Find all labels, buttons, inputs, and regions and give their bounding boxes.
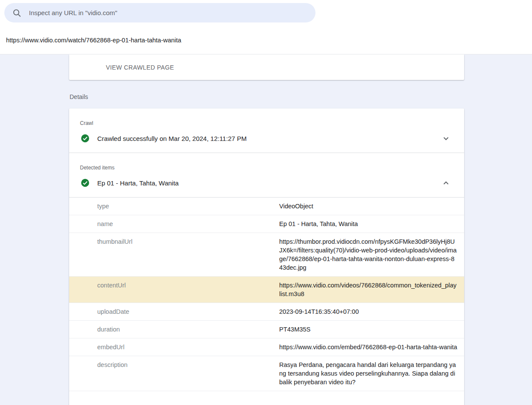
property-row: name Ep 01 - Harta, Tahta, Wanita xyxy=(69,215,464,233)
property-value: VideoObject xyxy=(279,202,457,210)
detected-item-title: Ep 01 - Harta, Tahta, Wanita xyxy=(97,179,441,187)
crawl-section-label: Crawl xyxy=(69,108,464,126)
property-row: thumbnailUrl https://thumbor.prod.vidioc… xyxy=(69,233,464,277)
property-row: uploadDate 2023-09-14T16:35:40+07:00 xyxy=(69,303,464,321)
search-icon xyxy=(12,8,22,18)
url-inspect-input[interactable] xyxy=(28,9,309,17)
property-value: PT43M35S xyxy=(279,325,457,334)
crawl-status-text: Crawled successfully on Mar 20, 2024, 12… xyxy=(97,135,441,142)
property-key: contentUrl xyxy=(97,281,279,298)
property-value: https://www.vidio.com/videos/7662868/com… xyxy=(279,281,457,298)
property-row: type VideoObject xyxy=(69,198,464,215)
view-crawled-page-button[interactable]: VIEW CRAWLED PAGE xyxy=(106,64,174,71)
property-key: duration xyxy=(97,325,279,334)
url-inspect-searchbar[interactable] xyxy=(4,3,315,22)
property-key: description xyxy=(97,360,279,386)
property-row: duration PT43M35S xyxy=(69,321,464,338)
details-heading: Details xyxy=(0,80,532,108)
properties-table: type VideoObject name Ep 01 - Harta, Tah… xyxy=(69,197,464,391)
property-key: uploadDate xyxy=(97,307,279,316)
property-value: https://www.vidio.com/embed/7662868-ep-0… xyxy=(279,343,457,351)
details-card: Crawl Crawled successfully on Mar 20, 20… xyxy=(69,108,464,405)
crawl-status-row[interactable]: Crawled successfully on Mar 20, 2024, 12… xyxy=(69,126,464,153)
property-key: embedUrl xyxy=(97,343,279,351)
detected-item-row[interactable]: Ep 01 - Harta, Tahta, Wanita xyxy=(69,171,464,197)
content-area: VIEW CRAWLED PAGE Details Crawl Crawled … xyxy=(0,54,532,405)
property-value: 2023-09-14T16:35:40+07:00 xyxy=(279,307,457,316)
property-row: description Rasya Perdana, pengacara han… xyxy=(69,356,464,391)
property-key: thumbnailUrl xyxy=(97,237,279,272)
property-row: embedUrl https://www.vidio.com/embed/766… xyxy=(69,338,464,356)
property-key: name xyxy=(97,220,279,228)
crawled-page-card: VIEW CRAWLED PAGE xyxy=(69,54,464,80)
chevron-up-icon[interactable] xyxy=(441,178,451,188)
success-check-icon xyxy=(81,134,89,143)
property-value: Rasya Perdana, pengacara handal dari kel… xyxy=(279,360,457,386)
top-header: https://www.vidio.com/watch/7662868-ep-0… xyxy=(0,0,532,54)
property-value: Ep 01 - Harta, Tahta, Wanita xyxy=(279,220,457,228)
property-value: https://thumbor.prod.vidiocdn.com/nfpysK… xyxy=(279,237,457,272)
detected-items-label: Detected items xyxy=(69,153,464,171)
property-row: contentUrl https://www.vidio.com/videos/… xyxy=(69,277,464,303)
property-key: type xyxy=(97,202,279,210)
inspected-url-text: https://www.vidio.com/watch/7662868-ep-0… xyxy=(6,37,181,44)
success-check-icon xyxy=(81,179,89,187)
chevron-down-icon[interactable] xyxy=(441,133,451,144)
